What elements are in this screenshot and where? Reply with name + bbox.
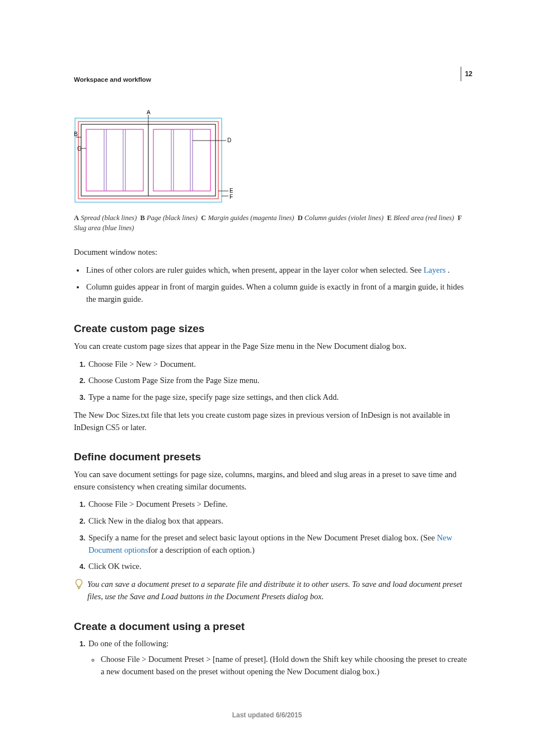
diagram-label-e: E [229, 188, 233, 194]
list-item: Do one of the following: Choose File > D… [87, 638, 472, 678]
doc-notes-list: Lines of other colors are ruler guides w… [74, 264, 472, 305]
doc-notes-heading: Document window notes: [74, 246, 472, 259]
diagram-label-c: C [77, 146, 81, 152]
body-text: The New Doc Sizes.txt file that lets you… [74, 409, 472, 434]
tip-text: You can save a document preset to a sepa… [87, 578, 472, 603]
diagram-label-b: B [74, 131, 78, 137]
list-item: Choose Custom Page Size from the Page Si… [87, 375, 472, 387]
layers-link[interactable]: Layers [424, 265, 448, 274]
body-text: You can create custom page sizes that ap… [74, 340, 472, 353]
list-item: Column guides appear in front of margin … [85, 281, 472, 306]
lightbulb-icon [74, 578, 84, 591]
running-head: Workspace and workflow [74, 75, 472, 85]
list-item: Choose File > Document Preset > [name of… [100, 654, 472, 678]
list-item: Type a name for the page size, specify p… [87, 391, 472, 404]
list-item: Specify a name for the preset and select… [87, 532, 472, 557]
heading-create-custom-page-sizes: Create custom page sizes [74, 321, 472, 337]
list-item: Lines of other colors are ruler guides w… [85, 264, 472, 277]
svg-rect-5 [153, 129, 210, 191]
create-custom-steps: Choose File > New > Document. Choose Cus… [74, 358, 472, 404]
list-item: Choose File > New > Document. [87, 358, 472, 371]
tip: You can save a document preset to a sepa… [74, 578, 472, 603]
diagram-spread-layout: A B C D E F [74, 110, 472, 209]
list-item: Click New in the dialog box that appears… [87, 515, 472, 528]
create-using-preset-steps: Do one of the following: Choose File > D… [74, 638, 472, 678]
sub-list: Choose File > Document Preset > [name of… [88, 654, 472, 678]
body-text: You can save document settings for page … [74, 469, 472, 493]
svg-rect-4 [86, 129, 143, 191]
list-item: Choose File > Document Presets > Define. [87, 498, 472, 511]
list-item: Click OK twice. [87, 561, 472, 573]
page-number: 12 [461, 67, 472, 81]
footer-last-updated: Last updated 6/6/2015 [0, 710, 534, 720]
heading-create-document-using-preset: Create a document using a preset [74, 619, 472, 635]
diagram-label-f: F [229, 194, 233, 200]
diagram-label-d: D [227, 137, 231, 143]
diagram-label-a: A [147, 110, 151, 115]
diagram-caption: A Spread (black lines) B Page (black lin… [74, 213, 472, 233]
heading-define-document-presets: Define document presets [74, 449, 472, 465]
define-presets-steps: Choose File > Document Presets > Define.… [74, 498, 472, 573]
